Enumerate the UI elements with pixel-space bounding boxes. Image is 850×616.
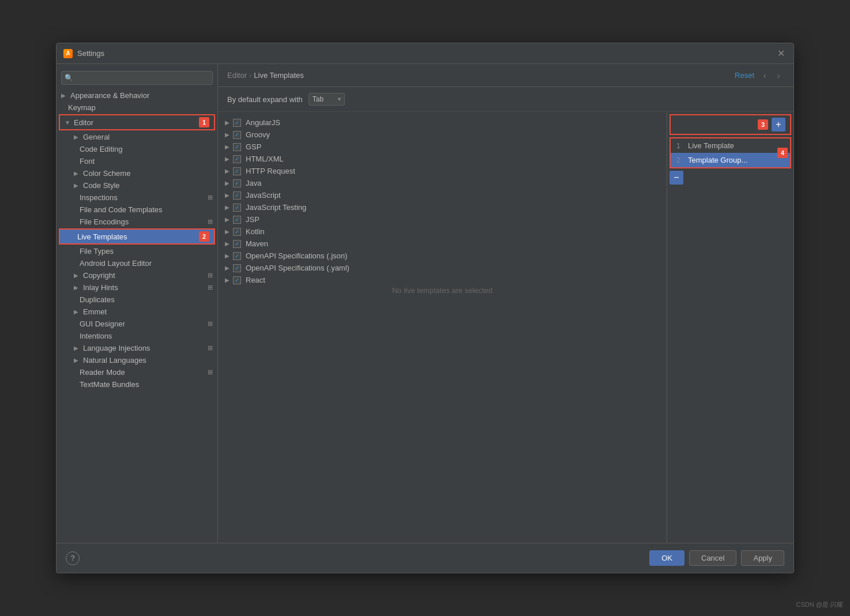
sidebar-item-font[interactable]: Font <box>57 155 217 167</box>
sidebar-item-code-editing[interactable]: Code Editing <box>57 143 217 155</box>
template-checkbox-java[interactable] <box>233 179 241 187</box>
dialog-body: 🔍 ▶ Appearance & Behavior Keymap ▼ Edito… <box>57 64 793 543</box>
template-checkbox-kotlin[interactable] <box>233 228 241 236</box>
help-button[interactable]: ? <box>66 551 80 565</box>
content-toolbar: By default expand with Tab Enter Space <box>218 87 793 112</box>
apply-button[interactable]: Apply <box>741 550 784 566</box>
template-group-groovy[interactable]: ▶ Groovy <box>218 129 667 141</box>
sidebar-label-reader-mode: Reader Mode <box>80 368 205 377</box>
sidebar-item-color-scheme[interactable]: ▶ Color Scheme <box>57 167 217 179</box>
toolbar-label: By default expand with <box>227 95 303 104</box>
settings-icon: ⊞ <box>208 194 213 201</box>
template-checkbox-maven[interactable] <box>233 240 241 248</box>
template-group-react[interactable]: ▶ React <box>218 274 667 286</box>
expand-select[interactable]: Tab Enter Space <box>309 93 345 106</box>
reset-button[interactable]: Reset <box>735 71 754 80</box>
template-group-kotlin[interactable]: ▶ Kotlin <box>218 226 667 238</box>
template-group-javascript[interactable]: ▶ JavaScript <box>218 189 667 201</box>
content-header: Editor › Live Templates Reset ‹ › <box>218 64 793 87</box>
sidebar-item-file-types[interactable]: File Types <box>57 245 217 257</box>
sidebar-item-keymap[interactable]: Keymap <box>57 102 217 114</box>
dropdown-item-template-group[interactable]: 2 Template Group... <box>671 153 790 167</box>
template-checkbox-javascript[interactable] <box>233 191 241 200</box>
template-group-openapi-yaml[interactable]: ▶ OpenAPI Specifications (.yaml) <box>218 262 667 274</box>
chevron-right-icon: ▶ <box>225 265 233 271</box>
chevron-right-icon: ▶ <box>74 134 81 140</box>
sidebar-item-inspections[interactable]: Inspections ⊞ <box>57 191 217 204</box>
settings-icon-6: ⊞ <box>208 344 213 352</box>
breadcrumb-separator: › <box>249 71 251 80</box>
template-checkbox-openapi-yaml[interactable] <box>233 264 241 272</box>
add-button-row: 3 + <box>670 114 791 135</box>
template-checkbox-htmlxml[interactable] <box>233 155 241 163</box>
forward-button[interactable]: › <box>773 70 784 81</box>
template-checkbox-openapi-json[interactable] <box>233 252 241 260</box>
template-label-javascript: JavaScript <box>246 191 281 200</box>
sidebar-item-reader-mode[interactable]: Reader Mode ⊞ <box>57 366 217 378</box>
sidebar-item-inlay-hints[interactable]: ▶ Inlay Hints ⊞ <box>57 281 217 294</box>
template-group-javascript-testing[interactable]: ▶ JavaScript Testing <box>218 201 667 213</box>
sidebar-label-android-layout: Android Layout Editor <box>80 259 213 268</box>
sidebar-label-natural-languages: Natural Languages <box>83 356 213 365</box>
template-checkbox-react[interactable] <box>233 276 241 284</box>
breadcrumb: Editor › Live Templates <box>227 71 735 80</box>
sidebar-item-code-style[interactable]: ▶ Code Style <box>57 179 217 191</box>
back-button[interactable]: ‹ <box>759 70 770 81</box>
sidebar-item-lang-injections[interactable]: ▶ Language Injections ⊞ <box>57 342 217 354</box>
template-group-gsp[interactable]: ▶ GSP <box>218 141 667 153</box>
sidebar-item-live-templates[interactable]: Live Templates 2 <box>59 228 215 245</box>
sidebar-item-natural-languages[interactable]: ▶ Natural Languages <box>57 354 217 366</box>
settings-icon-5: ⊞ <box>208 320 213 328</box>
sidebar-label-file-types: File Types <box>80 247 213 256</box>
template-label-htmlxml: HTML/XML <box>246 155 284 163</box>
template-group-htmlxml[interactable]: ▶ HTML/XML <box>218 153 667 165</box>
breadcrumb-current: Live Templates <box>254 71 303 80</box>
sidebar-item-emmet[interactable]: ▶ Emmet <box>57 306 217 318</box>
chevron-right-icon: ▶ <box>74 284 81 291</box>
template-checkbox-httprequest[interactable] <box>233 167 241 175</box>
template-group-maven[interactable]: ▶ Maven <box>218 238 667 250</box>
template-checkbox-gsp[interactable] <box>233 143 241 151</box>
sidebar-item-intentions[interactable]: Intentions <box>57 330 217 342</box>
ok-button[interactable]: OK <box>649 550 684 566</box>
template-group-java[interactable]: ▶ Java <box>218 177 667 189</box>
title-bar: A Settings ✕ <box>57 43 793 64</box>
sidebar-item-editor[interactable]: ▼ Editor 1 <box>59 114 215 130</box>
chevron-right-icon: ▶ <box>74 309 81 315</box>
sidebar-label-appearance: Appearance & Behavior <box>70 91 149 100</box>
sidebar-label-code-style: Code Style <box>83 181 213 190</box>
template-group-angularjs[interactable]: ▶ AngularJS <box>218 117 667 129</box>
chevron-right-icon: ▶ <box>225 192 233 198</box>
chevron-right-icon: ▶ <box>225 253 233 259</box>
remove-template-button[interactable]: − <box>670 171 683 185</box>
sidebar-item-appearance[interactable]: ▶ Appearance & Behavior <box>57 89 217 102</box>
sidebar-item-file-code-templates[interactable]: File and Code Templates <box>57 204 217 216</box>
sidebar-label-textmate-bundles: TextMate Bundles <box>80 380 213 389</box>
sidebar-item-android-layout[interactable]: Android Layout Editor <box>57 257 217 269</box>
chevron-right-icon: ▶ <box>225 228 233 235</box>
close-button[interactable]: ✕ <box>775 48 787 59</box>
template-group-openapi-json[interactable]: ▶ OpenAPI Specifications (.json) <box>218 250 667 262</box>
actions-panel: 3 + 1 Live Template 2 Template Group... <box>667 112 793 543</box>
sidebar-item-general[interactable]: ▶ General <box>57 131 217 143</box>
template-group-httprequest[interactable]: ▶ HTTP Request <box>218 165 667 177</box>
cancel-button[interactable]: Cancel <box>689 550 736 566</box>
template-checkbox-angularjs[interactable] <box>233 119 241 127</box>
template-checkbox-javascript-testing[interactable] <box>233 204 241 212</box>
sidebar-item-textmate-bundles[interactable]: TextMate Bundles <box>57 378 217 390</box>
search-icon: 🔍 <box>65 74 73 82</box>
add-template-button[interactable]: + <box>772 118 785 132</box>
sidebar-item-duplicates[interactable]: Duplicates <box>57 294 217 306</box>
template-checkbox-groovy[interactable] <box>233 131 241 139</box>
expand-select-wrap: Tab Enter Space <box>309 93 345 106</box>
chevron-right-icon: ▶ <box>225 168 233 174</box>
dropdown-item-live-template[interactable]: 1 Live Template <box>671 138 790 153</box>
sidebar-item-file-encodings[interactable]: File Encodings ⊞ <box>57 216 217 228</box>
chevron-right-icon: ▶ <box>74 272 81 279</box>
template-checkbox-jsp[interactable] <box>233 216 241 224</box>
sidebar-item-copyright[interactable]: ▶ Copyright ⊞ <box>57 269 217 281</box>
sidebar-item-gui-designer[interactable]: GUI Designer ⊞ <box>57 318 217 330</box>
search-input[interactable] <box>61 71 213 85</box>
template-group-jsp[interactable]: ▶ JSP <box>218 213 667 226</box>
sidebar-label-emmet: Emmet <box>83 307 213 316</box>
